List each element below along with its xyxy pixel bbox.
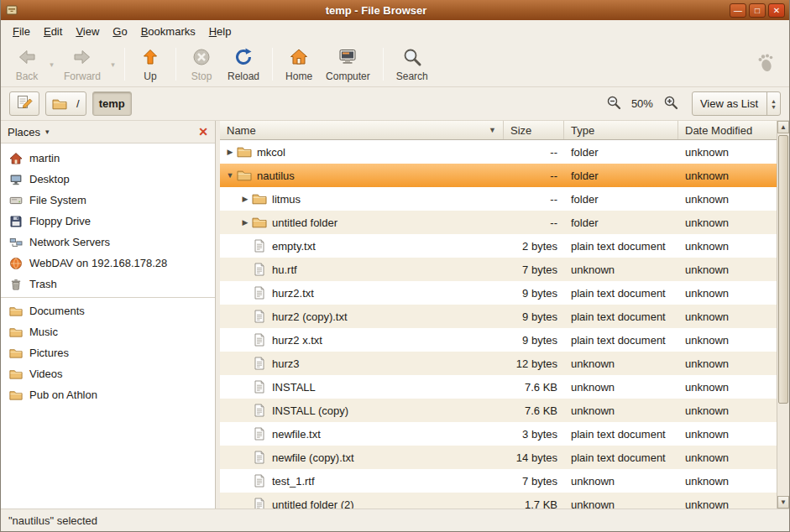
- folder-icon: [9, 389, 23, 402]
- network-icon: [9, 236, 23, 249]
- menu-bookmarks[interactable]: Bookmarks: [134, 22, 202, 41]
- scrollbar-track[interactable]: [777, 133, 789, 496]
- sidebar-item-floppy-drive[interactable]: Floppy Drive: [1, 211, 215, 232]
- toggle-location-entry-button[interactable]: [9, 91, 39, 116]
- search-button[interactable]: Search: [390, 44, 435, 85]
- column-header-name[interactable]: Name ▼: [220, 121, 504, 139]
- path-button-temp[interactable]: temp: [92, 91, 132, 116]
- file-row-selected[interactable]: ▼ nautilus -- folder unknown: [220, 164, 777, 187]
- column-header-type[interactable]: Type: [564, 121, 678, 139]
- file-row[interactable]: empty.txt 2 bytes plain text document un…: [220, 234, 777, 258]
- file-size: 14 bytes: [504, 451, 564, 464]
- text-file-icon: [252, 404, 267, 417]
- file-size: 7.6 KB: [504, 404, 564, 417]
- home-icon: [9, 152, 23, 165]
- view-mode-select[interactable]: View as List ▲ ▼: [692, 91, 781, 116]
- file-row[interactable]: hu.rtf 7 bytes unknown unknown: [220, 258, 777, 281]
- file-type: folder: [564, 193, 678, 206]
- sidebar-item-videos[interactable]: Videos: [1, 363, 215, 384]
- computer-button[interactable]: Computer: [319, 44, 377, 85]
- expander-icon[interactable]: ▶: [238, 218, 252, 227]
- text-file-icon: [252, 310, 267, 323]
- sidebar-item-label: Videos: [29, 368, 63, 380]
- file-row[interactable]: ▶ untitled folder -- folder unknown: [220, 211, 777, 234]
- path-button-root[interactable]: /: [45, 91, 86, 116]
- sidebar-item-label: Documents: [29, 305, 85, 317]
- file-row[interactable]: newfile (copy).txt 14 bytes plain text d…: [220, 446, 777, 469]
- file-row[interactable]: hurz2 x.txt 9 bytes plain text document …: [220, 328, 777, 352]
- sidebar-item-desktop[interactable]: Desktop: [1, 169, 215, 190]
- home-icon: [288, 47, 310, 70]
- menubar: File Edit View Go Bookmarks Help: [1, 20, 789, 42]
- expander-icon[interactable]: ▼: [223, 171, 237, 180]
- column-header-size[interactable]: Size: [504, 121, 564, 139]
- expander-icon[interactable]: ▶: [238, 195, 252, 203]
- file-date: unknown: [678, 170, 777, 182]
- sidebar-item-label: Floppy Drive: [29, 215, 91, 227]
- sidebar-item-pub-on-athlon[interactable]: Pub on Athlon: [1, 384, 215, 405]
- menu-file[interactable]: File: [6, 22, 37, 41]
- webdav-icon: [9, 257, 23, 270]
- file-date: unknown: [678, 287, 777, 300]
- file-row[interactable]: newfile.txt 3 bytes plain text document …: [220, 422, 777, 446]
- window-icon[interactable]: [5, 3, 18, 17]
- sidebar-item-file-system[interactable]: File System: [1, 190, 215, 211]
- column-header-date-modified[interactable]: Date Modified: [678, 121, 777, 139]
- sidebar-item-network-servers[interactable]: Network Servers: [1, 232, 215, 253]
- file-type: unknown: [564, 357, 678, 370]
- forward-button[interactable]: Forward: [57, 44, 107, 85]
- home-button[interactable]: Home: [279, 44, 319, 85]
- sidebar-item-label: Music: [29, 326, 58, 338]
- stop-button[interactable]: Stop: [182, 44, 221, 85]
- sidebar-item-webdav[interactable]: WebDAV on 192.168.178.28: [1, 253, 215, 274]
- minimize-button[interactable]: —: [730, 3, 746, 18]
- menu-help[interactable]: Help: [202, 22, 238, 41]
- file-row[interactable]: untitled folder (2) 1.7 KB unknown unkno…: [220, 493, 777, 509]
- file-name-cell: ▶ mkcol: [220, 145, 504, 159]
- file-row[interactable]: INSTALL 7.6 KB unknown unknown: [220, 375, 777, 399]
- sidebar-close-button[interactable]: ✕: [198, 125, 208, 138]
- vertical-scrollbar[interactable]: ▲ ▼: [777, 121, 789, 509]
- file-row[interactable]: ▶ mkcol -- folder unknown: [220, 140, 777, 164]
- location-bar: / temp 50% View as List ▲ ▼: [1, 87, 789, 121]
- sidebar-item-pictures[interactable]: Pictures: [1, 342, 215, 363]
- menu-view[interactable]: View: [69, 22, 106, 41]
- zoom-out-button[interactable]: [604, 93, 624, 114]
- back-label: Back: [16, 70, 39, 82]
- maximize-button[interactable]: □: [749, 3, 766, 18]
- file-row[interactable]: hurz2.txt 9 bytes plain text document un…: [220, 281, 777, 305]
- file-name-cell: test_1.rtf: [220, 474, 504, 488]
- menu-edit[interactable]: Edit: [37, 22, 69, 41]
- file-row[interactable]: test_1.rtf 7 bytes unknown unknown: [220, 469, 777, 493]
- file-name-cell: INSTALL: [220, 380, 504, 394]
- scroll-down-button[interactable]: ▼: [777, 496, 789, 509]
- close-button[interactable]: ✕: [768, 3, 785, 18]
- file-name: test_1.rtf: [272, 475, 315, 488]
- titlebar[interactable]: temp - File Browser — □ ✕: [1, 0, 789, 20]
- text-file-icon: [252, 380, 267, 394]
- forward-label: Forward: [64, 70, 101, 82]
- file-type: unknown: [564, 498, 678, 509]
- file-row[interactable]: ▶ litmus -- folder unknown: [220, 187, 777, 211]
- back-history-dropdown[interactable]: ▾: [46, 44, 57, 85]
- file-row[interactable]: INSTALL (copy) 7.6 KB unknown unknown: [220, 399, 777, 422]
- scroll-up-button[interactable]: ▲: [777, 121, 789, 133]
- back-button[interactable]: Back: [8, 44, 46, 85]
- scrollbar-thumb[interactable]: [778, 135, 788, 404]
- sidebar-item-martin[interactable]: martin: [1, 148, 215, 169]
- sidebar-title[interactable]: Places: [8, 126, 40, 138]
- sidebar-item-documents[interactable]: Documents: [1, 300, 215, 321]
- file-type: plain text document: [564, 451, 678, 464]
- up-button[interactable]: Up: [131, 44, 170, 85]
- reload-button[interactable]: Reload: [221, 44, 266, 85]
- folder-icon: [9, 368, 23, 381]
- expander-icon[interactable]: ▶: [223, 148, 237, 156]
- file-row[interactable]: hurz2 (copy).txt 9 bytes plain text docu…: [220, 305, 777, 328]
- sidebar-item-trash[interactable]: Trash: [1, 274, 215, 295]
- desktop-icon: [9, 173, 23, 186]
- zoom-in-button[interactable]: [661, 93, 681, 114]
- sidebar-item-music[interactable]: Music: [1, 321, 215, 342]
- forward-history-dropdown[interactable]: ▾: [107, 44, 118, 85]
- menu-go[interactable]: Go: [106, 22, 133, 41]
- file-row[interactable]: hurz3 12 bytes unknown unknown: [220, 352, 777, 375]
